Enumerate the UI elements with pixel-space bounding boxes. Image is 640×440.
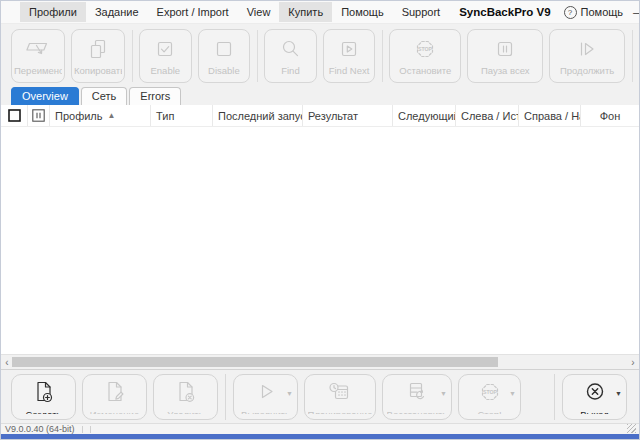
toolbar-separator: [225, 374, 226, 420]
run-label: Выполнить: [241, 409, 290, 414]
stop-sign-icon: STOP: [477, 379, 503, 409]
version-label: V9.0.0.40 (64-bit): [5, 424, 75, 434]
exit-button[interactable]: Выход ▼: [562, 374, 627, 420]
tab-errors[interactable]: Errors: [129, 87, 181, 105]
bottom-accent-strip: [1, 434, 639, 439]
stop-button[interactable]: STOP Стоп! ▼: [458, 374, 521, 420]
restore-icon: [404, 379, 430, 409]
bottom-toolbar: Создать Изменение Удалить: [1, 369, 639, 423]
window-controls: — ✕: [623, 1, 640, 23]
tab-bar: Overview Сеть Errors: [1, 87, 639, 105]
pause-all-profiles-button[interactable]: Пауза всех профилей: [467, 29, 543, 83]
status-bar: V9.0.0.40 (64-bit): [1, 423, 639, 434]
pause-column-icon: [32, 109, 45, 122]
dropdown-arrow-icon[interactable]: ▼: [615, 390, 622, 397]
resume-all-profiles-label: Продолжить все профили: [552, 65, 622, 77]
tab-network[interactable]: Сеть: [81, 87, 127, 105]
delete-profile-icon: [173, 379, 199, 409]
modify-button[interactable]: Изменение: [82, 374, 147, 420]
column-label: Профиль: [55, 110, 103, 122]
pause-all-profiles-label: Пауза всех профилей: [470, 65, 540, 77]
checkbox-icon: [8, 109, 21, 122]
run-icon: [253, 379, 279, 409]
column-header-background[interactable]: Фон: [581, 105, 639, 126]
column-header-right-dest[interactable]: Справа / Наз...: [519, 105, 581, 126]
exit-icon: [582, 379, 608, 409]
dropdown-arrow-icon[interactable]: ▼: [286, 390, 293, 397]
delete-label: Удалить: [167, 409, 203, 414]
enable-label: Enable: [142, 65, 189, 76]
stop-all-profiles-button[interactable]: STOP Остановите все профили: [389, 29, 461, 83]
scrollbar-thumb[interactable]: [12, 357, 498, 367]
svg-text:STOP: STOP: [418, 46, 433, 52]
column-header-last-run[interactable]: Последний запуск: [213, 105, 303, 126]
select-all-checkbox[interactable]: [1, 105, 28, 126]
pause-icon: [493, 37, 517, 65]
dropdown-arrow-icon[interactable]: ▼: [509, 390, 516, 397]
copy-button[interactable]: Копировать: [71, 29, 125, 83]
find-next-button[interactable]: Find Next: [323, 29, 376, 83]
checkbox-checked-icon: [153, 37, 177, 65]
run-button[interactable]: Выполнить ▼: [233, 374, 298, 420]
statusbar-divider: [82, 426, 83, 433]
copy-icon: [86, 37, 110, 65]
menu-item-support[interactable]: Support: [393, 2, 450, 22]
scroll-right-arrow[interactable]: ›: [627, 355, 639, 369]
help-label: Помощь: [581, 6, 624, 18]
create-label: Создать: [25, 409, 61, 414]
top-toolbar: Переименовать Копировать Enable: [1, 23, 639, 87]
help-icon: ?: [564, 6, 577, 19]
statusbar-divider: [90, 426, 91, 433]
column-header-profile[interactable]: Профиль ▲: [50, 105, 151, 126]
disable-label: Disable: [201, 65, 248, 76]
resize-grip[interactable]: [627, 424, 636, 433]
dropdown-arrow-icon[interactable]: ▼: [440, 390, 447, 397]
menu-item-help[interactable]: Помощь: [332, 2, 393, 22]
delete-button[interactable]: Удалить: [153, 374, 218, 420]
toolbar-separator: [554, 374, 555, 420]
rename-icon: [25, 37, 51, 63]
column-header-result[interactable]: Результат: [303, 105, 393, 126]
horizontal-scrollbar[interactable]: ‹ ›: [1, 354, 639, 369]
enable-button[interactable]: Enable: [139, 29, 192, 83]
menu-item-profiles[interactable]: Профили: [20, 2, 86, 22]
tab-overview[interactable]: Overview: [11, 87, 79, 105]
svg-text:STOP: STOP: [482, 389, 497, 395]
stop-label: Стоп!: [477, 409, 501, 414]
minimize-button[interactable]: —: [623, 1, 640, 23]
resume-all-profiles-button[interactable]: Продолжить все профили: [549, 29, 625, 83]
stop-all-profiles-label: Остановите все профили: [392, 65, 458, 77]
app-title: SyncBackPro V9: [459, 6, 550, 18]
menu-item-buy[interactable]: Купить: [279, 2, 332, 22]
modify-label: Изменение: [90, 409, 139, 414]
create-button[interactable]: Создать: [11, 374, 76, 420]
disable-button[interactable]: Disable: [198, 29, 251, 83]
toolbar-separator: [132, 30, 133, 82]
profiles-list-area[interactable]: [1, 127, 639, 354]
toolbar-separator: [632, 30, 633, 82]
find-label: Find: [267, 65, 314, 76]
rename-button[interactable]: Переименовать: [11, 29, 65, 83]
restore-label: Восстановить: [387, 409, 448, 414]
schedule-button[interactable]: Планирование: [304, 374, 376, 420]
find-next-label: Find Next: [326, 65, 373, 76]
restore-button[interactable]: Восстановить ▼: [382, 374, 452, 420]
menu-item-export-import[interactable]: Export / Import: [148, 2, 238, 22]
table-header: Профиль ▲ Тип Последний запуск Результат…: [1, 105, 639, 127]
copy-label: Копировать: [74, 65, 122, 76]
menu-item-task[interactable]: Задание: [86, 2, 148, 22]
rename-label: Переименовать: [14, 65, 62, 76]
schedule-label: Планирование: [308, 409, 373, 414]
search-icon: [278, 37, 302, 65]
resume-icon: [575, 37, 599, 65]
menu-item-view[interactable]: View: [238, 2, 280, 22]
exit-label: Выход: [580, 409, 608, 414]
column-header-next[interactable]: Следующий ...: [393, 105, 456, 126]
find-button[interactable]: Find: [264, 29, 317, 83]
column-header-left-source[interactable]: Слева / Исто...: [456, 105, 519, 126]
column-header-type[interactable]: Тип: [151, 105, 213, 126]
column-header-paused[interactable]: [28, 105, 50, 126]
syncbackpro-window: Профили Задание Export / Import View Куп…: [0, 0, 640, 440]
schedule-icon: [327, 379, 353, 409]
help-button[interactable]: ? Помощь: [564, 6, 624, 19]
